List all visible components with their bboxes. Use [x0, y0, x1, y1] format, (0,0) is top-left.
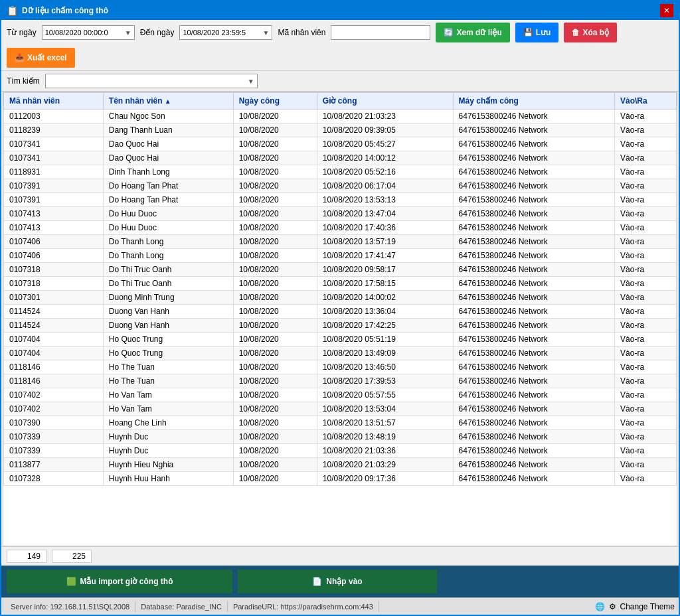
table-row[interactable]: 0107402Ho Van Tam10/08/202010/08/2020 05…: [4, 388, 677, 402]
table-cell: 10/08/2020: [233, 346, 317, 360]
table-cell: 0107406: [4, 249, 104, 263]
table-cell: 10/08/2020 13:51:57: [317, 416, 453, 430]
table-cell: 10/08/2020: [233, 444, 317, 458]
col-employee-id[interactable]: Mã nhân viên: [4, 93, 104, 110]
sort-icon: ▲: [165, 98, 171, 105]
table-row[interactable]: 0107404Ho Quoc Trung10/08/202010/08/2020…: [4, 333, 677, 346]
search-arrow: ▼: [248, 78, 254, 85]
table-cell: 10/08/2020: [233, 221, 317, 235]
table-cell: Ho Quoc Trung: [103, 333, 233, 346]
table-cell: 6476153800246 Network: [453, 249, 614, 263]
table-cell: 10/08/2020: [233, 388, 317, 402]
excel-icon: 🟩: [66, 577, 76, 586]
col-machine[interactable]: Máy chấm công: [453, 93, 614, 110]
table-cell: 0107404: [4, 333, 104, 346]
table-cell: 6476153800246 Network: [453, 416, 614, 430]
table-cell: 6476153800246 Network: [453, 123, 614, 137]
table-cell: 10/08/2020: [233, 277, 317, 291]
employee-id-input[interactable]: [331, 25, 430, 40]
table-cell: 0107301: [4, 291, 104, 305]
table-cell: Vào-ra: [615, 360, 677, 374]
table-row[interactable]: 0118239Dang Thanh Luan10/08/202010/08/20…: [4, 123, 677, 137]
table-cell: Hoang Che Linh: [103, 416, 233, 430]
table-row[interactable]: 0107406Do Thanh Long10/08/202010/08/2020…: [4, 235, 677, 249]
table-row[interactable]: 0107339Huynh Duc10/08/202010/08/2020 21:…: [4, 444, 677, 458]
table-row[interactable]: 0107318Do Thi Truc Oanh10/08/202010/08/2…: [4, 277, 677, 291]
table-row[interactable]: 0114524Duong Van Hanh10/08/202010/08/202…: [4, 319, 677, 333]
stat2: 225: [52, 550, 92, 563]
col-work-time[interactable]: Giờ công: [317, 93, 453, 110]
main-window: 📋 Dữ liệu chấm công thô ✕ Từ ngày 10/08/…: [0, 0, 680, 616]
table-row[interactable]: 0107404Ho Quoc Trung10/08/202010/08/2020…: [4, 346, 677, 360]
to-date-input[interactable]: 10/08/2020 23:59:5 ▼: [179, 25, 272, 40]
table-cell: 0107339: [4, 444, 104, 458]
table-cell: Vào-ra: [615, 137, 677, 151]
table-cell: 6476153800246 Network: [453, 221, 614, 235]
table-row[interactable]: 0118931Dinh Thanh Long10/08/202010/08/20…: [4, 165, 677, 179]
export-icon: 📤: [15, 53, 25, 62]
table-cell: Dang Thanh Luan: [103, 123, 233, 137]
table-cell: Vào-ra: [615, 388, 677, 402]
table-cell: Chau Ngoc Son: [103, 110, 233, 123]
table-cell: 6476153800246 Network: [453, 444, 614, 458]
table-cell: 10/08/2020: [233, 430, 317, 444]
theme-button[interactable]: Change Theme: [620, 602, 675, 611]
table-cell: Ho Van Tam: [103, 402, 233, 416]
table-cell: 10/08/2020: [233, 360, 317, 374]
table-cell: 10/08/2020: [233, 291, 317, 305]
close-button[interactable]: ✕: [660, 4, 673, 17]
table-cell: 6476153800246 Network: [453, 165, 614, 179]
import-button[interactable]: 📄 Nhập vào: [238, 570, 437, 593]
data-table: Mã nhân viên Tên nhân viên ▲ Ngày công G…: [3, 92, 677, 486]
from-date-input[interactable]: 10/08/2020 00:00:0 ▼: [42, 25, 135, 40]
table-row[interactable]: 0107413Do Huu Duoc10/08/202010/08/2020 1…: [4, 221, 677, 235]
table-row[interactable]: 0107339Huynh Duc10/08/202010/08/2020 13:…: [4, 430, 677, 444]
save-button[interactable]: 💾 Lưu: [515, 23, 559, 42]
table-cell: Duong Van Hanh: [103, 319, 233, 333]
table-row[interactable]: 0113877Huynh Hieu Nghia10/08/202010/08/2…: [4, 458, 677, 472]
table-cell: 10/08/2020: [233, 193, 317, 207]
table-cell: Huynh Duc: [103, 444, 233, 458]
table-row[interactable]: 0107391Do Hoang Tan Phat10/08/202010/08/…: [4, 179, 677, 193]
to-date-arrow: ▼: [262, 29, 269, 37]
table-body: 0112003Chau Ngoc Son10/08/202010/08/2020…: [4, 110, 677, 486]
table-row[interactable]: 0107328Huynh Huu Hanh10/08/202010/08/202…: [4, 472, 677, 486]
table-cell: Vào-ra: [615, 374, 677, 388]
table-cell: Ho Quoc Trung: [103, 346, 233, 360]
table-row[interactable]: 0107301Duong Minh Trung10/08/202010/08/2…: [4, 291, 677, 305]
delete-button[interactable]: 🗑 Xóa bộ: [564, 23, 617, 42]
table-cell: 10/08/2020: [233, 137, 317, 151]
table-cell: 0118146: [4, 374, 104, 388]
table-row[interactable]: 0112003Chau Ngoc Son10/08/202010/08/2020…: [4, 110, 677, 123]
table-cell: 10/08/2020 17:40:36: [317, 221, 453, 235]
table-cell: 10/08/2020 05:45:27: [317, 137, 453, 151]
search-combo[interactable]: ▼: [45, 74, 258, 88]
table-cell: 0107402: [4, 402, 104, 416]
table-row[interactable]: 0107341Dao Quoc Hai10/08/202010/08/2020 …: [4, 151, 677, 165]
title-bar: 📋 Dữ liệu chấm công thô ✕: [1, 1, 679, 20]
table-cell: 10/08/2020 13:53:04: [317, 402, 453, 416]
view-data-button[interactable]: 🔄 Xem dữ liệu: [436, 23, 509, 42]
server-info: Server info: 192.168.11.51\SQL2008: [5, 601, 135, 612]
col-employee-name[interactable]: Tên nhân viên ▲: [103, 93, 233, 110]
import-template-button[interactable]: 🟩 Mẫu import giờ công thô: [7, 570, 232, 593]
col-work-date[interactable]: Ngày công: [233, 93, 317, 110]
table-row[interactable]: 0114524Duong Van Hanh10/08/202010/08/202…: [4, 305, 677, 319]
table-row[interactable]: 0107402Ho Van Tam10/08/202010/08/2020 13…: [4, 402, 677, 416]
table-cell: 0107402: [4, 388, 104, 402]
table-row[interactable]: 0118146Ho The Tuan10/08/202010/08/2020 1…: [4, 374, 677, 388]
table-row[interactable]: 0107390Hoang Che Linh10/08/202010/08/202…: [4, 416, 677, 430]
table-row[interactable]: 0107391Do Hoang Tan Phat10/08/202010/08/…: [4, 193, 677, 207]
table-cell: 0107328: [4, 472, 104, 486]
table-cell: Vào-ra: [615, 346, 677, 360]
table-row[interactable]: 0118146Ho The Tuan10/08/202010/08/2020 1…: [4, 360, 677, 374]
table-row[interactable]: 0107413Do Huu Duoc10/08/202010/08/2020 1…: [4, 207, 677, 221]
export-button[interactable]: 📤 Xuất excel: [7, 48, 75, 68]
table-cell: Vào-ra: [615, 277, 677, 291]
table-row[interactable]: 0107406Do Thanh Long10/08/202010/08/2020…: [4, 249, 677, 263]
stat1: 149: [7, 550, 46, 563]
col-direction[interactable]: Vào\Ra: [615, 93, 677, 110]
table-row[interactable]: 0107341Dao Quoc Hai10/08/202010/08/2020 …: [4, 137, 677, 151]
table-row[interactable]: 0107318Do Thi Truc Oanh10/08/202010/08/2…: [4, 263, 677, 277]
table-cell: 10/08/2020 13:46:50: [317, 360, 453, 374]
